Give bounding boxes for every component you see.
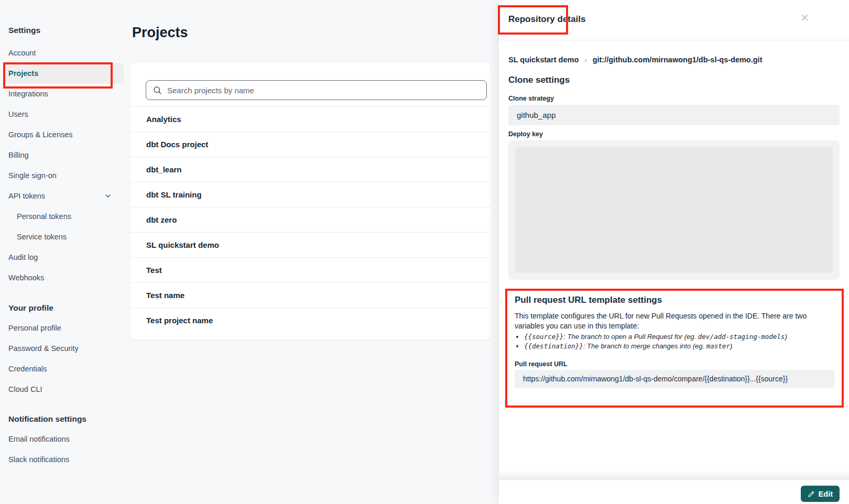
settings-sidebar: Settings Account Projects Integrations U…	[4, 25, 124, 469]
project-row[interactable]: Test name	[130, 282, 491, 308]
project-row[interactable]: SL quickstart demo	[130, 232, 491, 257]
scroll-fade	[499, 471, 849, 479]
sidebar-item-api-tokens[interactable]: API tokens	[4, 185, 124, 206]
sidebar-item-personal-profile[interactable]: Personal profile	[4, 317, 124, 338]
sidebar-item-password-security[interactable]: Password & Security	[4, 338, 124, 358]
project-row[interactable]: dbt SL training	[130, 182, 491, 207]
projects-list: Analytics dbt Docs project dbt_learn dbt…	[130, 106, 491, 333]
sidebar-item-credentials[interactable]: Credentials	[4, 358, 124, 379]
sidebar-heading-settings: Settings	[4, 25, 124, 36]
sidebar-item-service-tokens[interactable]: Service tokens	[4, 226, 124, 247]
pr-variable-source: {{source}}: The branch to open a Pull Re…	[524, 332, 833, 342]
pull-request-url-value: https://github.com/mirnawong1/db-sl-qs-d…	[515, 370, 834, 388]
project-row[interactable]: Analytics	[130, 106, 491, 132]
repository-details-panel: Repository details SL quickstart demo › …	[499, 0, 849, 504]
sidebar-heading-notification-settings: Notification settings	[4, 414, 124, 424]
close-icon[interactable]	[800, 13, 809, 22]
breadcrumb-project[interactable]: SL quickstart demo	[508, 56, 579, 64]
pr-template-variables: {{source}}: The branch to open a Pull Re…	[524, 332, 833, 350]
deploy-key-field	[508, 140, 840, 280]
sidebar-item-single-sign-on[interactable]: Single sign-on	[4, 165, 124, 185]
project-row[interactable]: dbt Docs project	[130, 132, 491, 157]
sidebar-item-email-notifications[interactable]: Email notifications	[4, 429, 124, 449]
sidebar-item-groups-licenses[interactable]: Groups & Licenses	[4, 124, 124, 145]
search-input[interactable]	[167, 86, 480, 95]
panel-header-divider	[499, 40, 849, 40]
sidebar-item-slack-notifications[interactable]: Slack notifications	[4, 449, 124, 469]
sidebar-item-cloud-cli[interactable]: Cloud CLI	[4, 379, 124, 399]
clone-settings-heading: Clone settings	[508, 75, 570, 85]
pr-variable-destination: {{destination}}: The branch to merge cha…	[524, 342, 833, 351]
sidebar-item-users[interactable]: Users	[4, 104, 124, 124]
edit-button[interactable]: Edit	[801, 486, 840, 502]
clone-strategy-label: Clone strategy	[508, 95, 554, 102]
sidebar-item-projects[interactable]: Projects	[4, 63, 124, 83]
project-row[interactable]: dbt_learn	[130, 157, 491, 182]
project-search	[146, 80, 487, 100]
sidebar-item-webhooks[interactable]: Webhooks	[4, 267, 124, 288]
edit-button-label: Edit	[819, 490, 833, 498]
breadcrumb-repo-url: git://github.com/mirnawong1/db-sl-qs-dem…	[593, 56, 763, 64]
breadcrumb: SL quickstart demo › git://github.com/mi…	[508, 56, 762, 64]
sidebar-item-personal-tokens[interactable]: Personal tokens	[4, 206, 124, 226]
projects-card: Analytics dbt Docs project dbt_learn dbt…	[130, 62, 491, 340]
sidebar-item-billing[interactable]: Billing	[4, 145, 124, 165]
deploy-key-label: Deploy key	[508, 130, 543, 138]
breadcrumb-separator-icon: ›	[584, 56, 586, 64]
sidebar-item-account[interactable]: Account	[4, 42, 124, 63]
project-row[interactable]: dbt zero	[130, 207, 491, 232]
panel-footer: Edit	[499, 479, 849, 504]
page-title: Projects	[132, 25, 188, 41]
search-icon	[153, 85, 162, 95]
deploy-key-redacted-value	[515, 147, 833, 273]
panel-title: Repository details	[508, 14, 585, 25]
pull-request-url-label: Pull request URL	[515, 360, 568, 368]
app-window: Settings Account Projects Integrations U…	[0, 0, 849, 504]
pencil-icon	[808, 490, 815, 498]
sidebar-item-integrations[interactable]: Integrations	[4, 83, 124, 104]
project-row[interactable]: Test	[130, 257, 491, 282]
chevron-down-icon	[104, 192, 112, 200]
clone-strategy-value: github_app	[508, 105, 840, 125]
pr-template-heading: Pull request URL template settings	[515, 295, 662, 305]
pr-template-description: This template configures the URL for new…	[515, 311, 832, 331]
project-row[interactable]: Test project name	[130, 308, 491, 333]
sidebar-heading-your-profile: Your profile	[4, 303, 124, 313]
sidebar-item-audit-log[interactable]: Audit log	[4, 247, 124, 267]
